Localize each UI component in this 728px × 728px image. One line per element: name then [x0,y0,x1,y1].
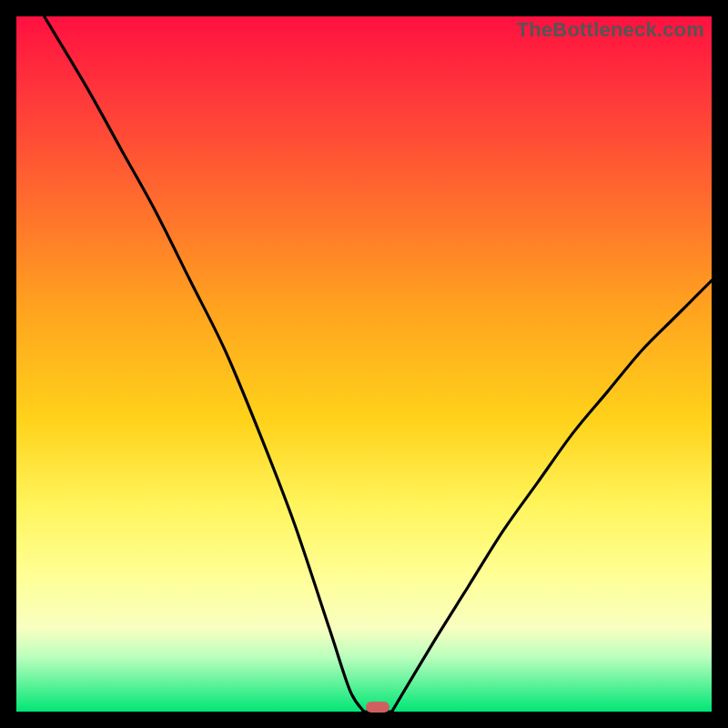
curve-path [45,16,712,712]
chart-frame: TheBottleneck.com [0,0,728,728]
optimum-marker [366,702,389,713]
bottleneck-curve [16,16,712,712]
plot-area: TheBottleneck.com [16,16,712,712]
